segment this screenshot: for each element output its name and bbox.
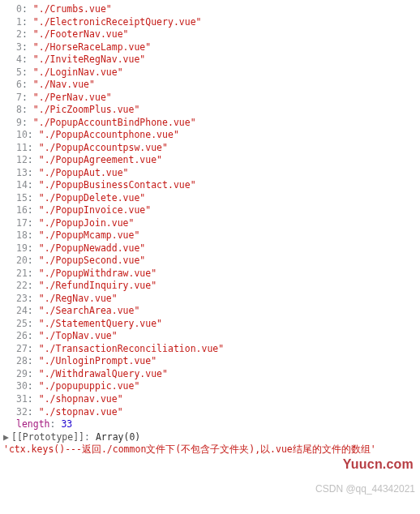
entry-index: 0 bbox=[16, 3, 22, 15]
colon: : bbox=[28, 217, 39, 229]
entry-index: 25 bbox=[16, 318, 28, 329]
colon: : bbox=[22, 66, 33, 78]
colon: : bbox=[28, 343, 39, 354]
entry-value: "./HorseRaceLamp.vue" bbox=[33, 41, 151, 53]
array-entry: 14: "./PopupBusinessContact.vue" bbox=[3, 179, 417, 192]
entry-value: "./Nav.vue" bbox=[33, 79, 95, 90]
length-value: 33 bbox=[61, 418, 72, 430]
entry-value: "./PopupNewadd.vue" bbox=[39, 242, 146, 254]
entry-value: "./SearchArea.vue" bbox=[39, 305, 140, 316]
entry-value: "./shopnav.vue" bbox=[39, 393, 123, 405]
entry-value: "./PopupAgreement.vue" bbox=[39, 154, 162, 165]
colon: : bbox=[28, 192, 39, 203]
entry-value: "./PopupAut.vue" bbox=[39, 167, 129, 178]
colon: : bbox=[28, 229, 39, 241]
entry-value: "./WithdrawalQuery.vue" bbox=[39, 368, 168, 379]
colon: : bbox=[28, 393, 39, 405]
entry-index: 18 bbox=[16, 229, 28, 241]
colon: : bbox=[28, 154, 39, 165]
colon: : bbox=[50, 418, 62, 430]
entry-index: 32 bbox=[16, 406, 28, 418]
colon: : bbox=[28, 368, 39, 379]
entry-value: "./InviteRegNav.vue" bbox=[33, 54, 145, 65]
entry-value: "./PopupJoin.vue" bbox=[39, 217, 135, 229]
entry-value: "./RegNav.vue" bbox=[39, 293, 118, 304]
colon: : bbox=[28, 305, 39, 316]
inline-comment: 'ctx.keys()---返回./common文件下(不包含子文件夹),以.v… bbox=[3, 443, 417, 456]
array-entry: 15: "./PopupDelete.vue" bbox=[3, 192, 417, 205]
colon: : bbox=[22, 79, 33, 90]
entry-index: 24 bbox=[16, 305, 28, 316]
entry-value: "./PopupWithdraw.vue" bbox=[39, 268, 156, 279]
entry-index: 27 bbox=[16, 343, 28, 354]
entry-index: 10 bbox=[16, 129, 28, 140]
array-entry: 30: "./popupuppic.vue" bbox=[3, 380, 417, 393]
length-row: length: 33 bbox=[3, 418, 417, 431]
entry-value: "./PopupMcamp.vue" bbox=[39, 229, 140, 241]
colon: : bbox=[28, 380, 39, 392]
array-entry: 32: "./stopnav.vue" bbox=[3, 406, 417, 419]
entry-index: 13 bbox=[16, 167, 28, 178]
entry-index: 29 bbox=[16, 368, 28, 379]
array-entry: 12: "./PopupAgreement.vue" bbox=[3, 154, 417, 167]
array-entry: 22: "./RefundInquiry.vue" bbox=[3, 280, 417, 293]
entry-value: "./TopNav.vue" bbox=[39, 330, 118, 341]
entry-value: "./RefundInquiry.vue" bbox=[39, 280, 156, 291]
array-entry: 13: "./PopupAut.vue" bbox=[3, 167, 417, 180]
colon: : bbox=[28, 330, 39, 341]
entry-value: "./UnloginPrompt.vue" bbox=[39, 355, 156, 366]
entry-value: "./PopupInvoice.vue" bbox=[39, 204, 151, 216]
array-entry: 19: "./PopupNewadd.vue" bbox=[3, 242, 417, 255]
entry-index: 21 bbox=[16, 268, 28, 279]
entry-index: 26 bbox=[16, 330, 28, 341]
entry-value: "./PopupSecond.vue" bbox=[39, 255, 146, 266]
entry-index: 15 bbox=[16, 192, 28, 203]
entry-value: "./TransactionReconciliation.vue" bbox=[39, 343, 224, 354]
colon: : bbox=[28, 204, 39, 216]
array-entry: 16: "./PopupInvoice.vue" bbox=[3, 204, 417, 217]
entry-index: 3 bbox=[16, 41, 22, 53]
entry-index: 1 bbox=[16, 16, 22, 28]
entry-value: "./ElectronicReceiptQuery.vue" bbox=[33, 16, 202, 28]
colon: : bbox=[28, 179, 39, 191]
array-entry: 6: "./Nav.vue" bbox=[3, 79, 417, 92]
colon: : bbox=[22, 104, 33, 115]
array-entries: 0: "./Crumbs.vue"1: "./ElectronicReceipt… bbox=[3, 3, 417, 418]
colon: : bbox=[28, 293, 39, 304]
colon: : bbox=[28, 242, 39, 254]
prototype-row[interactable]: ▶[[Prototype]]: Array(0) bbox=[3, 431, 417, 444]
colon: : bbox=[22, 54, 33, 65]
entry-index: 6 bbox=[16, 79, 22, 90]
entry-index: 12 bbox=[16, 154, 28, 165]
array-entry: 27: "./TransactionReconciliation.vue" bbox=[3, 343, 417, 356]
colon: : bbox=[28, 406, 39, 418]
expand-icon[interactable]: ▶ bbox=[3, 431, 11, 444]
colon: : bbox=[22, 3, 33, 15]
colon: : bbox=[28, 318, 39, 329]
entry-value: "./PerNav.vue" bbox=[33, 92, 112, 103]
array-entry: 4: "./InviteRegNav.vue" bbox=[3, 54, 417, 66]
colon: : bbox=[28, 255, 39, 266]
entry-value: "./PopupBusinessContact.vue" bbox=[39, 179, 196, 191]
array-entry: 29: "./WithdrawalQuery.vue" bbox=[3, 368, 417, 381]
entry-index: 22 bbox=[16, 280, 28, 291]
array-entry: 31: "./shopnav.vue" bbox=[3, 393, 417, 406]
entry-value: "./PopupDelete.vue" bbox=[39, 192, 146, 203]
entry-index: 11 bbox=[16, 142, 28, 153]
colon: : bbox=[22, 117, 33, 128]
array-entry: 5: "./LoginNav.vue" bbox=[3, 66, 417, 79]
array-entry: 21: "./PopupWithdraw.vue" bbox=[3, 268, 417, 281]
array-entry: 17: "./PopupJoin.vue" bbox=[3, 217, 417, 230]
entry-value: "./LoginNav.vue" bbox=[33, 66, 123, 78]
entry-value: "./PicZoomPlus.vue" bbox=[33, 104, 140, 115]
colon: : bbox=[22, 41, 33, 53]
array-entry: 1: "./ElectronicReceiptQuery.vue" bbox=[3, 16, 417, 29]
entry-index: 8 bbox=[16, 104, 22, 115]
array-entry: 0: "./Crumbs.vue" bbox=[3, 3, 417, 16]
entry-value: "./stopnav.vue" bbox=[39, 406, 123, 418]
colon: : bbox=[22, 16, 33, 28]
colon: : bbox=[28, 280, 39, 291]
colon: : bbox=[84, 431, 96, 443]
length-key: length bbox=[16, 418, 50, 430]
entry-index: 28 bbox=[16, 355, 28, 366]
